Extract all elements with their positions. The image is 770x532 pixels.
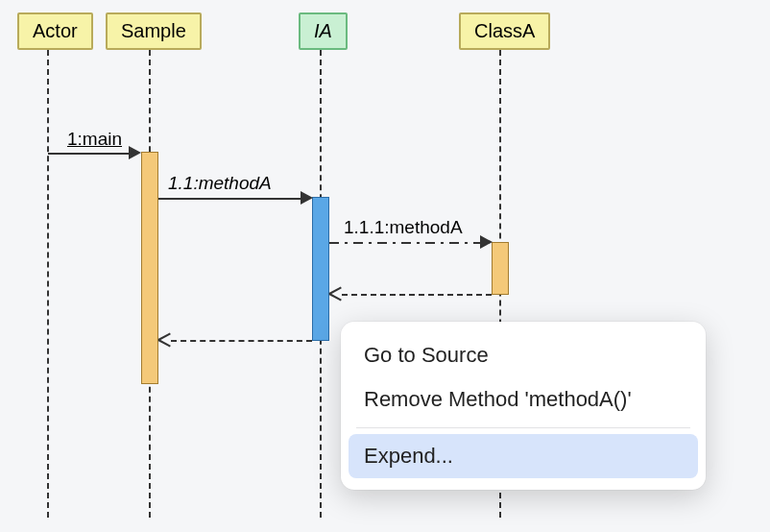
message-label-methodA1[interactable]: 1.1:methodA	[168, 173, 272, 194]
message-arrow-methodA1	[158, 198, 302, 200]
participant-actor[interactable]: Actor	[17, 12, 93, 50]
activation-sample[interactable]	[141, 152, 158, 384]
message-arrow-methodA2	[329, 242, 482, 244]
return-arrow-ia-sample	[171, 340, 312, 342]
menu-expend[interactable]: Expend...	[349, 434, 698, 478]
menu-go-to-source[interactable]: Go to Source	[349, 333, 698, 377]
message-label-main[interactable]: 1:main	[67, 129, 122, 150]
menu-separator	[356, 427, 690, 428]
lifeline-actor	[47, 50, 49, 518]
menu-remove-method[interactable]: Remove Method 'methodA()'	[349, 377, 698, 422]
return-arrow-classA-ia	[342, 294, 492, 296]
participant-ia[interactable]: IA	[299, 12, 348, 50]
message-label-methodA2[interactable]: 1.1.1:methodA	[344, 217, 463, 238]
message-arrow-main	[48, 153, 131, 155]
activation-ia[interactable]	[312, 197, 329, 341]
activation-classA[interactable]	[492, 242, 509, 295]
arrowhead-methodA1	[301, 191, 313, 205]
arrowhead-methodA2	[480, 235, 493, 249]
context-menu: Go to Source Remove Method 'methodA()' E…	[341, 322, 706, 490]
participant-sample[interactable]: Sample	[106, 12, 202, 50]
participant-classA[interactable]: ClassA	[459, 12, 550, 50]
arrowhead-main	[129, 146, 141, 159]
